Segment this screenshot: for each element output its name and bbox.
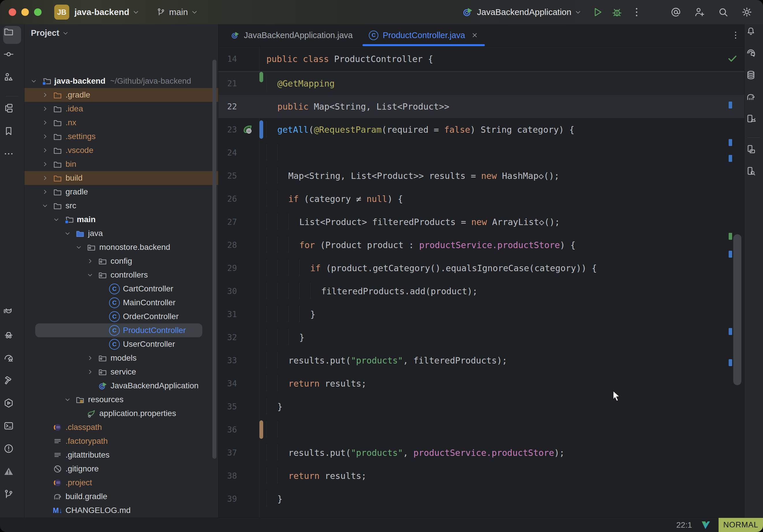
tree-item-CartController[interactable]: CCartController — [25, 282, 218, 296]
line-number[interactable]: 26 — [218, 194, 237, 204]
tree-item-main[interactable]: main — [25, 213, 218, 227]
tree-item-resources[interactable]: resources — [25, 393, 218, 406]
version-control-button[interactable] — [3, 489, 21, 507]
code-line-39[interactable]: 39} — [218, 487, 744, 510]
device-manager-button[interactable] — [746, 144, 762, 160]
chevron-right-icon[interactable] — [42, 119, 53, 126]
chevron-down-icon[interactable] — [64, 396, 75, 403]
code-line-35[interactable]: 35} — [218, 395, 744, 418]
chevron-down-icon[interactable] — [42, 202, 53, 209]
chevron-right-icon[interactable] — [42, 147, 53, 154]
tree-item-java[interactable]: java — [25, 227, 218, 240]
run-configuration-selector[interactable]: JavaBackendApplication — [462, 7, 582, 18]
terminal-button[interactable] — [3, 420, 21, 438]
stripe-mark-blue[interactable] — [729, 359, 732, 366]
tree-item-java-backend[interactable]: java-backend~/Github/java-backend — [25, 74, 218, 88]
minimize-window-button[interactable] — [21, 8, 29, 16]
tree-item-UserController[interactable]: CUserController — [25, 337, 218, 351]
project-panel-header[interactable]: Project — [25, 24, 218, 38]
debug-button[interactable] — [611, 6, 623, 18]
tree-item-.nx[interactable]: .nx — [25, 116, 218, 130]
structure-button[interactable] — [3, 103, 21, 121]
tree-item-MainController[interactable]: CMainController — [25, 296, 218, 310]
tree-item-models[interactable]: models — [25, 351, 218, 365]
code-line-36[interactable]: 36 — [218, 418, 744, 441]
services-button[interactable] — [3, 397, 21, 415]
vim-mode-badge[interactable]: NORMAL — [718, 518, 763, 532]
device-explorer-button[interactable] — [746, 166, 762, 182]
stripe-mark-blue[interactable] — [729, 155, 732, 162]
chevron-right-icon[interactable] — [87, 368, 98, 375]
code-with-me-button[interactable] — [694, 6, 705, 18]
code-line-26[interactable]: 26if (category ≠ null) { — [218, 187, 744, 210]
maximize-window-button[interactable] — [34, 8, 42, 16]
line-number[interactable]: 21 — [218, 79, 237, 88]
code-editor[interactable]: 14public class ProductController {21@Get… — [218, 47, 744, 518]
more-actions-button[interactable] — [631, 6, 642, 18]
code-line-37[interactable]: 37results.put("products", productService… — [218, 441, 744, 464]
code-line-38[interactable]: 38return results; — [218, 464, 744, 487]
run-button[interactable] — [592, 6, 603, 18]
chevron-down-icon[interactable] — [64, 230, 75, 237]
build-button[interactable] — [3, 375, 21, 393]
tree-item-.factorypath[interactable]: .factorypath — [25, 434, 218, 448]
tree-item-.idea[interactable]: .idea — [25, 102, 218, 116]
project-button[interactable] — [3, 26, 21, 44]
tree-item-monostore.backend[interactable]: monostore.backend — [25, 240, 218, 254]
ai-assistant-button[interactable] — [670, 6, 682, 18]
line-number[interactable]: 37 — [218, 448, 237, 458]
vcs-change-marker[interactable] — [260, 72, 263, 82]
stripe-mark-green[interactable] — [729, 233, 732, 240]
stripe-mark-blue[interactable] — [729, 102, 732, 108]
code-line-32[interactable]: 32} — [218, 326, 744, 349]
tab-JavaBackendApplication.java[interactable]: JavaBackendApplication.java — [223, 24, 361, 46]
chevron-down-icon[interactable] — [53, 216, 64, 223]
stripe-mark-blue[interactable] — [729, 251, 732, 258]
chevron-down-icon[interactable] — [87, 271, 98, 279]
branch-selector[interactable]: main — [157, 7, 198, 17]
editor-scrollbar[interactable] — [733, 234, 741, 385]
ai-assistant-button[interactable] — [746, 48, 762, 64]
tree-item-.classpath[interactable]: .classpath — [25, 420, 218, 434]
search-everywhere-button[interactable] — [717, 6, 729, 18]
line-number[interactable]: 24 — [218, 148, 237, 158]
rest-endpoint-icon[interactable] — [237, 124, 258, 136]
code-line-24[interactable]: 24 — [218, 141, 744, 164]
code-line-31[interactable]: 31} — [218, 303, 744, 326]
code-line-28[interactable]: 28for (Product product : productService.… — [218, 233, 744, 257]
tree-item-ProductController[interactable]: CProductController — [35, 323, 202, 337]
tree-item-build[interactable]: build — [25, 171, 218, 185]
notifications-button[interactable] — [746, 26, 762, 42]
chevron-down-icon[interactable] — [30, 77, 42, 85]
vcs-change-marker[interactable] — [260, 420, 263, 439]
tree-item-.gradle[interactable]: .gradle — [25, 88, 218, 102]
profiler-button[interactable] — [3, 352, 21, 370]
tree-item-CHANGELOG.md[interactable]: M↓CHANGELOG.md — [25, 503, 218, 517]
tab-ProductController.java[interactable]: CProductController.java — [361, 24, 486, 46]
tree-item-config[interactable]: config — [25, 254, 218, 268]
chevron-right-icon[interactable] — [42, 160, 53, 168]
more-tool-windows-button[interactable] — [3, 148, 21, 166]
close-window-button[interactable] — [9, 8, 16, 16]
line-number[interactable]: 22 — [218, 102, 237, 111]
line-number[interactable]: 28 — [218, 240, 237, 250]
tree-item-.vscode[interactable]: .vscode — [25, 144, 218, 157]
tree-item-.gitignore[interactable]: .gitignore — [25, 462, 218, 476]
line-number[interactable]: 25 — [218, 171, 237, 181]
line-number[interactable]: 34 — [218, 379, 237, 388]
stripe-mark-blue[interactable] — [729, 328, 732, 335]
problems-button[interactable] — [3, 443, 21, 461]
tree-item-JavaBackendApplication[interactable]: JavaBackendApplication — [25, 379, 218, 393]
tree-item-OrderController[interactable]: COrderController — [25, 310, 218, 323]
gradle-button[interactable] — [746, 92, 762, 108]
chevron-right-icon[interactable] — [87, 257, 98, 265]
chevron-right-icon[interactable] — [42, 174, 53, 182]
line-number[interactable]: 14 — [218, 54, 237, 64]
line-number[interactable]: 36 — [218, 425, 237, 435]
chevron-down-icon[interactable] — [132, 8, 140, 16]
chevron-down-icon[interactable] — [75, 244, 87, 251]
project-tree-scrollbar[interactable] — [212, 60, 216, 459]
tree-item-application.properties[interactable]: application.properties — [25, 406, 218, 420]
tree-item-src[interactable]: src — [25, 199, 218, 213]
code-line-25[interactable]: 25Map<String, List<Product>> results = n… — [218, 164, 744, 187]
